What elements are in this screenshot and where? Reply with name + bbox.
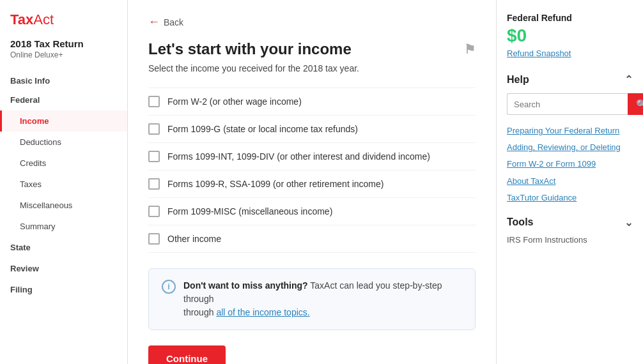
sidebar-section-state[interactable]: State bbox=[0, 237, 127, 258]
right-panel: Federal Refund $0 Refund Snapshot Help ⌃… bbox=[496, 0, 643, 364]
sidebar-section-review[interactable]: Review bbox=[0, 258, 127, 279]
checkbox-item-w2[interactable]: Form W-2 (or other wage income) bbox=[148, 87, 476, 116]
sidebar: TaxAct 2018 Tax Return Online Deluxe+ Ba… bbox=[0, 0, 128, 364]
checkbox-label-1099r: Forms 1099-R, SSA-1099 (or other retirem… bbox=[167, 179, 383, 189]
checkbox-label-1099g: Form 1099-G (state or local income tax r… bbox=[167, 124, 358, 134]
help-link-about[interactable]: About TaxAct bbox=[507, 176, 633, 187]
help-section-header[interactable]: Help ⌃ bbox=[507, 73, 633, 86]
refund-amount: $0 bbox=[507, 26, 633, 46]
checkbox-1099int[interactable] bbox=[148, 151, 160, 162]
income-checkbox-list: Form W-2 (or other wage income) Form 109… bbox=[148, 87, 476, 253]
sidebar-section-filing[interactable]: Filing bbox=[0, 279, 127, 300]
help-title: Help bbox=[507, 74, 529, 86]
checkbox-item-other[interactable]: Other income bbox=[148, 225, 476, 253]
back-label: Back bbox=[164, 17, 183, 27]
logo-text: TaxAct bbox=[10, 11, 54, 27]
refund-title: Federal Refund bbox=[507, 13, 633, 23]
checkbox-label-1099misc: Form 1099-MISC (miscellaneous income) bbox=[167, 206, 332, 216]
search-button[interactable]: 🔍 bbox=[628, 93, 643, 115]
help-link-adding[interactable]: Adding, Reviewing, or Deleting bbox=[507, 142, 633, 153]
info-box: i Don't want to miss anything? TaxAct ca… bbox=[148, 268, 476, 330]
help-link-w2[interactable]: Form W-2 or Form 1099 bbox=[507, 158, 633, 170]
sidebar-item-deductions[interactable]: Deductions bbox=[0, 132, 127, 153]
checkbox-1099g[interactable] bbox=[148, 123, 160, 135]
continue-button[interactable]: Continue bbox=[148, 345, 226, 364]
info-bold-text: Don't want to miss anything? bbox=[183, 280, 308, 291]
sidebar-item-taxes[interactable]: Taxes bbox=[0, 174, 127, 195]
help-link-preparing[interactable]: Preparing Your Federal Return bbox=[507, 125, 633, 137]
back-link[interactable]: ← Back bbox=[148, 15, 476, 29]
info-icon: i bbox=[162, 280, 176, 294]
checkbox-1099misc[interactable] bbox=[148, 206, 160, 217]
sidebar-year-label: 2018 Tax Return bbox=[0, 36, 127, 50]
tools-section-header[interactable]: Tools ⌄ bbox=[507, 216, 633, 229]
checkbox-item-1099r[interactable]: Forms 1099-R, SSA-1099 (or other retirem… bbox=[148, 171, 476, 198]
sidebar-section-basic-info[interactable]: Basic Info bbox=[0, 70, 127, 89]
sidebar-section-federal[interactable]: Federal bbox=[0, 89, 127, 110]
bookmark-icon[interactable]: ⚑ bbox=[464, 42, 476, 57]
info-box-text: Don't want to miss anything? TaxAct can … bbox=[183, 279, 462, 319]
checkbox-label-other: Other income bbox=[167, 234, 221, 244]
logo: TaxAct bbox=[0, 0, 127, 36]
page-subtitle: Select the income you received for the 2… bbox=[148, 63, 476, 73]
checkbox-label-w2: Form W-2 (or other wage income) bbox=[167, 96, 302, 107]
sidebar-item-miscellaneous[interactable]: Miscellaneous bbox=[0, 195, 127, 216]
checkbox-label-1099int: Forms 1099-INT, 1099-DIV (or other inter… bbox=[167, 151, 430, 162]
help-chevron-icon: ⌃ bbox=[624, 73, 633, 86]
checkbox-item-1099misc[interactable]: Form 1099-MISC (miscellaneous income) bbox=[148, 198, 476, 225]
tools-chevron-icon: ⌄ bbox=[624, 216, 633, 229]
checkbox-1099r[interactable] bbox=[148, 178, 160, 190]
back-arrow-icon: ← bbox=[148, 15, 160, 29]
sidebar-item-credits[interactable]: Credits bbox=[0, 153, 127, 174]
tools-link-irs[interactable]: IRS Form Instructions bbox=[507, 235, 633, 245]
sidebar-item-summary[interactable]: Summary bbox=[0, 216, 127, 237]
sidebar-plan-label: Online Deluxe+ bbox=[0, 50, 127, 70]
checkbox-item-1099int[interactable]: Forms 1099-INT, 1099-DIV (or other inter… bbox=[148, 143, 476, 171]
tools-title: Tools bbox=[507, 216, 533, 228]
search-input[interactable] bbox=[507, 93, 628, 115]
income-topics-link[interactable]: all of the income topics. bbox=[216, 307, 309, 317]
refund-snapshot-link[interactable]: Refund Snapshot bbox=[507, 49, 633, 58]
help-link-taxtutor[interactable]: TaxTutor Guidance bbox=[507, 192, 633, 204]
search-row: 🔍 bbox=[507, 93, 633, 115]
checkbox-other[interactable] bbox=[148, 233, 160, 245]
checkbox-item-1099g[interactable]: Form 1099-G (state or local income tax r… bbox=[148, 116, 476, 143]
main-content: ← Back Let's start with your income ⚑ Se… bbox=[128, 0, 496, 364]
page-title: Let's start with your income ⚑ bbox=[148, 40, 476, 58]
checkbox-w2[interactable] bbox=[148, 96, 160, 107]
sidebar-item-income[interactable]: Income bbox=[0, 110, 127, 132]
